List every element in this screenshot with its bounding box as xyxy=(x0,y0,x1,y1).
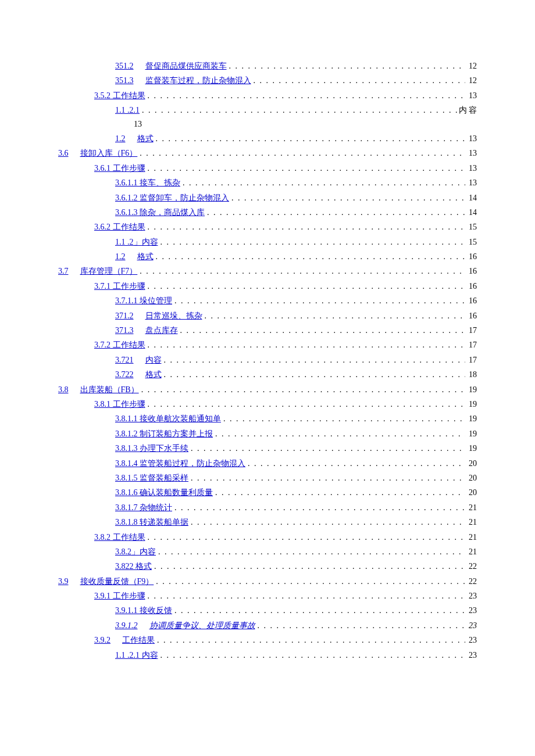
toc-link[interactable]: 3.5.2 工作结果 xyxy=(94,89,145,102)
toc-entry: 3.9接收质量反馈（F9）. . . . . . . . . . . . . .… xyxy=(58,575,477,588)
toc-page-number: 19 xyxy=(465,413,477,425)
toc-link[interactable]: 3.8.1.6 确认装船数量利质量 xyxy=(115,486,213,499)
dot-leader: . . . . . . . . . . . . . . . . . . . . … xyxy=(221,413,465,425)
dot-leader: . . . . . . . . . . . . . . . . . . . . … xyxy=(213,486,465,499)
toc-link[interactable]: 3.9.1.1 接收反馈 xyxy=(115,604,172,617)
toc-page-number: 21 xyxy=(465,531,477,544)
dot-leader: . . . . . . . . . . . . . . . . . . . . … xyxy=(162,368,466,381)
toc-entry: 3.6.1.3 除杂，商品煤入库. . . . . . . . . . . . … xyxy=(58,206,477,219)
toc-page-number: 13 xyxy=(465,177,477,189)
dot-leader: . . . . . . . . . . . . . . . . . . . . … xyxy=(245,457,465,470)
toc-link[interactable]: 371.3 xyxy=(115,324,134,337)
toc-title-link[interactable]: 出库装船（FB） xyxy=(80,384,139,396)
toc-entry: 3.7.1.1 垛位管理. . . . . . . . . . . . . . … xyxy=(58,295,477,307)
dot-leader: . . . . . . . . . . . . . . . . . . . . … xyxy=(145,89,466,102)
toc-entry: 3.6.1 工作步骤. . . . . . . . . . . . . . . … xyxy=(58,162,477,175)
toc-page-number: 20 xyxy=(465,457,477,470)
toc-title-link[interactable]: 监督装车过程，防止杂物混入 xyxy=(145,74,251,87)
toc-entry: 1.2格式. . . . . . . . . . . . . . . . . .… xyxy=(58,132,477,145)
toc-link[interactable]: 1.1 .2」内容 xyxy=(115,236,158,249)
toc-link[interactable]: 3.9 xyxy=(58,575,69,588)
toc-entry: 3.8.2 工作结果. . . . . . . . . . . . . . . … xyxy=(58,531,477,544)
toc-link[interactable]: 3.8.1.2 制订装船方案并上报 xyxy=(115,428,213,440)
dot-leader: . . . . . . . . . . . . . . . . . . . . … xyxy=(140,104,459,117)
toc-link[interactable]: 3.6.1.2 监督卸车，防止杂物混入 xyxy=(115,192,229,205)
toc-title-link[interactable]: 盘点库存 xyxy=(145,324,178,337)
toc-link[interactable]: 3.9.2 xyxy=(94,634,110,647)
toc-link[interactable]: 3.722 xyxy=(115,368,134,381)
toc-entry: 3.6.2 工作结果. . . . . . . . . . . . . . . … xyxy=(58,221,477,234)
toc-link[interactable]: 3.8.2」内容 xyxy=(115,546,156,558)
toc-link[interactable]: 3.8.1.7 杂物统计 xyxy=(115,501,172,514)
toc-page-number: 21 xyxy=(465,546,477,558)
dot-leader: . . . . . . . . . . . . . . . . . . . . … xyxy=(172,604,465,617)
toc-link[interactable]: 371.2 xyxy=(115,310,134,323)
dot-leader: . . . . . . . . . . . . . . . . . . . . … xyxy=(158,236,466,249)
toc-title-link[interactable]: 协调质量争议、处理质量事故 xyxy=(149,619,255,632)
toc-page-number: 13 xyxy=(465,89,477,102)
toc-entry: 3.9.1 工作步骤. . . . . . . . . . . . . . . … xyxy=(58,590,477,603)
toc-page-number: 16 xyxy=(465,295,477,307)
toc-entry: 3.7库存管理（F7）. . . . . . . . . . . . . . .… xyxy=(58,265,477,278)
toc-title-link[interactable]: 工作结果 xyxy=(122,634,155,647)
toc-link[interactable]: 3.9.1.2 xyxy=(115,619,138,632)
toc-page-number: 16 xyxy=(465,265,477,278)
toc-link[interactable]: 3.7.1.1 垛位管理 xyxy=(115,295,172,307)
toc-link[interactable]: 3.8.1.3 办理下水手续 xyxy=(115,442,188,455)
toc-link[interactable]: 3.6.2 工作结果 xyxy=(94,221,145,234)
dot-leader: . . . . . . . . . . . . . . . . . . . . … xyxy=(251,74,466,87)
toc-page-number: 23 xyxy=(465,604,477,617)
toc-link[interactable]: 3.822 格式 xyxy=(115,560,152,573)
toc-entry: 3.9.2工作结果. . . . . . . . . . . . . . . .… xyxy=(58,634,477,647)
dot-leader: . . . . . . . . . . . . . . . . . . . . … xyxy=(139,384,465,396)
dot-leader: . . . . . . . . . . . . . . . . . . . . … xyxy=(229,192,465,205)
toc-link[interactable]: 3.7 xyxy=(58,265,69,278)
toc-link[interactable]: 3.8.1.8 转递装船单据 xyxy=(115,516,188,529)
toc-link[interactable]: 3.8.1.4 监管装船过程，防止杂物混入 xyxy=(115,457,245,470)
toc-link[interactable]: 3.721 xyxy=(115,354,134,367)
dot-leader: . . . . . . . . . . . . . . . . . . . . … xyxy=(188,516,465,529)
toc-page-number: 19 xyxy=(465,384,477,396)
toc-link[interactable]: 3.6.1.3 除杂，商品煤入库 xyxy=(115,206,205,219)
toc-link[interactable]: 351.2 xyxy=(115,60,134,73)
dot-leader: . . . . . . . . . . . . . . . . . . . . … xyxy=(188,472,465,485)
toc-title-link[interactable]: 格式 xyxy=(145,368,162,381)
toc-link[interactable]: 3.8.2 工作结果 xyxy=(94,531,145,544)
toc-link[interactable]: 3.6.1 工作步骤 xyxy=(94,162,145,175)
toc-entry: 3.8.2」内容. . . . . . . . . . . . . . . . … xyxy=(58,546,477,558)
toc-link[interactable]: 3.9.1 工作步骤 xyxy=(94,590,145,603)
toc-link[interactable]: 3.7.1 工作步骤 xyxy=(94,280,145,293)
toc-title-link[interactable]: 库存管理（F7） xyxy=(80,265,138,278)
toc-link[interactable]: 3.8 xyxy=(58,384,69,396)
toc-link[interactable]: 3.7.2 工作结果 xyxy=(94,339,145,352)
toc-link[interactable]: 1.1 .2.1 内容 xyxy=(115,649,158,662)
toc-link[interactable]: 3.6 xyxy=(58,147,69,160)
toc-link[interactable]: 3.6.1.1 接车、拣杂 xyxy=(115,177,180,189)
toc-title-link[interactable]: 接收质量反馈（F9） xyxy=(80,575,154,588)
toc-page-number: 19 xyxy=(465,428,477,440)
toc-page-number: 23 xyxy=(465,619,477,632)
toc-entry: 3.8出库装船（FB）. . . . . . . . . . . . . . .… xyxy=(58,384,477,396)
toc-title-link[interactable]: 日常巡垛、拣杂 xyxy=(145,310,202,323)
toc-page-number: 15 xyxy=(465,236,477,249)
dot-leader: . . . . . . . . . . . . . . . . . . . . … xyxy=(137,265,465,278)
toc-link[interactable]: 3.8.1.1 接收单航次装船通知单 xyxy=(115,413,221,425)
toc-entry: 3.7.1 工作步骤. . . . . . . . . . . . . . . … xyxy=(58,280,477,293)
toc-title-link[interactable]: 接卸入库（F6） xyxy=(80,147,138,160)
toc-link[interactable]: 1.2 xyxy=(115,132,126,145)
toc-page-number: 13 xyxy=(465,162,477,175)
toc-page-number: 14 xyxy=(465,206,477,219)
toc-link[interactable]: 1.1 .2.1 xyxy=(115,104,140,117)
toc-title-link[interactable]: 格式 xyxy=(137,250,154,263)
toc-page-number: 17 xyxy=(465,324,477,337)
toc-link[interactable]: 3.8.1.5 监督装船采样 xyxy=(115,472,188,485)
toc-entry: 3.721内容. . . . . . . . . . . . . . . . .… xyxy=(58,354,477,367)
toc-title-link[interactable]: 内容 xyxy=(145,354,162,367)
toc-link[interactable]: 3.8.1 工作步骤 xyxy=(94,398,145,411)
toc-link[interactable]: 1.2 xyxy=(115,250,126,263)
toc-entry: 3.9.1.2协调质量争议、处理质量事故. . . . . . . . . . … xyxy=(58,619,477,632)
toc-title-link[interactable]: 督促商品煤供应商装车 xyxy=(145,60,227,73)
toc-title-link[interactable]: 格式 xyxy=(137,132,154,145)
toc-entry: 3.8.1.5 监督装船采样. . . . . . . . . . . . . … xyxy=(58,472,477,485)
toc-link[interactable]: 351.3 xyxy=(115,74,134,87)
